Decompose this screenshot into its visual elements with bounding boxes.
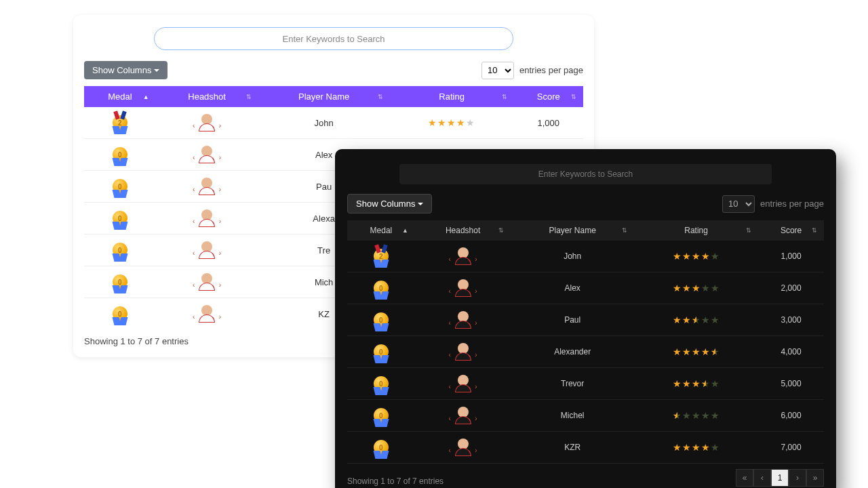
- page-next-button[interactable]: ›: [789, 469, 806, 487]
- page-current-button[interactable]: 1: [771, 469, 789, 487]
- headshot-icon: ‹›: [198, 178, 216, 195]
- players-table: Medal▲Headshot⇅Player Name⇅Rating⇅Score⇅…: [347, 220, 824, 464]
- score-cell: 6,000: [758, 400, 824, 432]
- player-name-cell: John: [511, 241, 634, 272]
- headshot-icon: ‹›: [454, 407, 472, 424]
- pagination: « ‹ 1 › »: [736, 469, 824, 487]
- sort-icon: ⇅: [246, 94, 252, 100]
- entries-label: entries per page: [760, 199, 824, 209]
- headshot-icon: ‹›: [198, 241, 216, 259]
- score-cell: 3,000: [758, 304, 824, 336]
- table-row: 0‹›KZR★★★★★7,000: [347, 432, 824, 464]
- medal-icon: 0: [113, 211, 127, 226]
- column-header-player-name[interactable]: Player Name⇅: [511, 220, 634, 241]
- show-columns-button[interactable]: Show Columns: [84, 61, 167, 79]
- table-row: 0‹›Michel★★★★★★6,000: [347, 400, 824, 432]
- table-row: 0‹›Paul★★★★★★3,000: [347, 304, 824, 336]
- rating-stars: ★★★★★: [673, 251, 720, 262]
- headshot-icon: ‹›: [198, 305, 216, 323]
- sort-icon: ⇅: [812, 228, 817, 234]
- sort-icon: ⇅: [378, 94, 383, 100]
- search-input[interactable]: [154, 27, 513, 50]
- medal-icon: 2: [374, 249, 389, 264]
- table-row: 0‹›Alex★★★★★2,000: [347, 272, 824, 304]
- entries-label: entries per page: [519, 65, 583, 75]
- datatable-card-dark: Show Columns 10 entries per page Medal▲H…: [335, 149, 836, 488]
- column-header-medal[interactable]: Medal▲: [347, 220, 415, 241]
- rating-stars: ★★★★★★: [673, 346, 720, 357]
- column-header-medal[interactable]: Medal▲: [84, 86, 156, 107]
- column-header-headshot[interactable]: Headshot⇅: [156, 86, 258, 107]
- medal-icon: 0: [113, 243, 127, 258]
- headshot-icon: ‹›: [454, 343, 472, 361]
- sort-icon: ⇅: [571, 94, 576, 100]
- headshot-icon: ‹›: [198, 114, 216, 131]
- column-header-score[interactable]: Score⇅: [514, 86, 584, 107]
- player-name-cell: Trevor: [511, 368, 634, 400]
- medal-icon: 0: [374, 408, 389, 423]
- medal-icon: 0: [374, 281, 389, 296]
- table-header-row: Medal▲Headshot⇅Player Name⇅Rating⇅Score⇅: [84, 86, 583, 107]
- rating-stars: ★★★★★: [428, 117, 475, 128]
- headshot-icon: ‹›: [198, 209, 216, 227]
- show-columns-button[interactable]: Show Columns: [347, 194, 432, 214]
- rating-stars: ★★★★★★: [673, 314, 720, 325]
- player-name-cell: KZR: [511, 432, 634, 464]
- headshot-icon: ‹›: [454, 375, 472, 392]
- headshot-icon: ‹›: [198, 146, 216, 163]
- player-name-cell: John: [258, 107, 390, 139]
- medal-icon: 0: [374, 312, 389, 327]
- medal-icon: 0: [374, 344, 389, 359]
- table-header-row: Medal▲Headshot⇅Player Name⇅Rating⇅Score⇅: [347, 220, 824, 241]
- score-cell: 1,000: [758, 241, 824, 272]
- player-name-cell: Michel: [511, 400, 634, 432]
- entries-per-page-select[interactable]: 10: [722, 195, 755, 213]
- player-name-cell: Alexander: [511, 336, 634, 368]
- table-row: 0‹›Trevor★★★★★★5,000: [347, 368, 824, 400]
- medal-icon: 0: [113, 306, 127, 321]
- sort-icon: ⇅: [622, 228, 627, 234]
- headshot-icon: ‹›: [454, 247, 472, 265]
- table-row: 2‹›John★★★★★1,000: [347, 241, 824, 272]
- score-cell: 2,000: [758, 272, 824, 304]
- medal-icon: 0: [113, 179, 127, 194]
- column-header-headshot[interactable]: Headshot⇅: [415, 220, 511, 241]
- headshot-icon: ‹›: [454, 311, 472, 329]
- rating-stars: ★★★★★: [673, 283, 720, 293]
- sort-asc-icon: ▲: [402, 228, 408, 234]
- sort-icon: ⇅: [746, 228, 751, 234]
- score-cell: 7,000: [758, 432, 824, 464]
- medal-icon: 0: [113, 147, 127, 162]
- medal-icon: 0: [113, 274, 127, 289]
- column-header-player-name[interactable]: Player Name⇅: [258, 86, 390, 107]
- sort-asc-icon: ▲: [143, 94, 149, 100]
- sort-icon: ⇅: [498, 228, 504, 234]
- page-first-button[interactable]: «: [736, 469, 753, 487]
- column-header-rating[interactable]: Rating⇅: [390, 86, 514, 107]
- medal-icon: 0: [374, 376, 389, 391]
- page-last-button[interactable]: »: [806, 469, 824, 487]
- rating-stars: ★★★★★★: [673, 378, 720, 389]
- table-row: 2‹›John★★★★★1,000: [84, 107, 583, 139]
- page-prev-button[interactable]: ‹: [753, 469, 771, 487]
- player-name-cell: Alex: [511, 272, 634, 304]
- score-cell: 4,000: [758, 336, 824, 368]
- headshot-icon: ‹›: [198, 273, 216, 291]
- sort-icon: ⇅: [502, 94, 507, 100]
- rating-stars: ★★★★★: [673, 442, 720, 453]
- column-header-rating[interactable]: Rating⇅: [634, 220, 758, 241]
- headshot-icon: ‹›: [454, 279, 472, 297]
- score-cell: 1,000: [514, 107, 584, 139]
- column-header-score[interactable]: Score⇅: [758, 220, 824, 241]
- headshot-icon: ‹›: [454, 439, 472, 456]
- search-input[interactable]: [399, 164, 771, 184]
- player-name-cell: Paul: [511, 304, 634, 336]
- rating-stars: ★★★★★★: [673, 410, 720, 421]
- entries-per-page-select[interactable]: 10: [481, 62, 514, 79]
- table-row: 0‹›Alexander★★★★★★4,000: [347, 336, 824, 368]
- medal-icon: 0: [374, 440, 389, 455]
- medal-icon: 2: [113, 115, 127, 130]
- showing-entries-text: Showing 1 to 7 of 7 entries: [347, 476, 443, 486]
- score-cell: 5,000: [758, 368, 824, 400]
